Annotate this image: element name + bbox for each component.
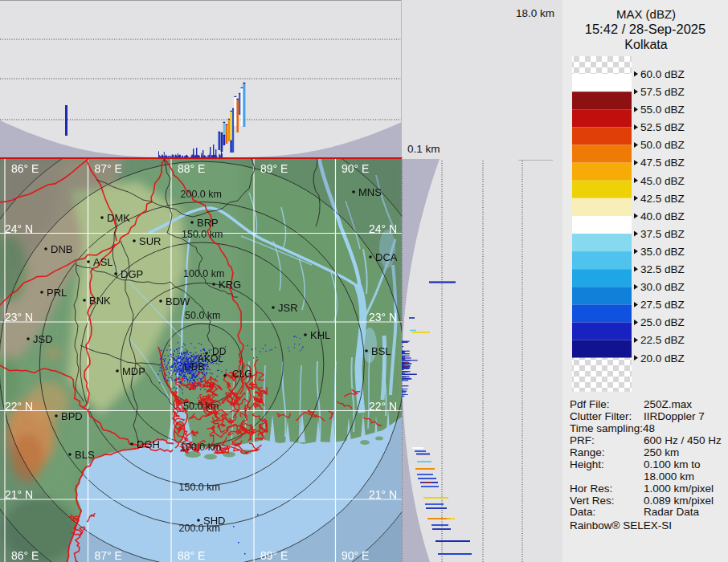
svg-text:DGH: DGH: [137, 438, 160, 450]
svg-text:21° N: 21° N: [369, 488, 397, 501]
svg-text:Height:: Height:: [570, 458, 604, 470]
svg-text:Range:: Range:: [570, 446, 605, 458]
svg-text:Kolkata: Kolkata: [624, 38, 667, 51]
svg-text:90° E: 90° E: [342, 162, 369, 175]
svg-text:KRG: KRG: [219, 279, 241, 291]
svg-text:Data:: Data:: [570, 506, 595, 518]
svg-text:18.0 km: 18.0 km: [516, 7, 554, 19]
svg-text:50.0 km: 50.0 km: [185, 310, 220, 321]
svg-text:Hor Res:: Hor Res:: [570, 483, 612, 495]
svg-text:27.5 dBZ: 27.5 dBZ: [640, 299, 685, 311]
svg-text:SUR: SUR: [139, 235, 161, 247]
svg-text:50.0 dBZ: 50.0 dBZ: [640, 139, 685, 151]
svg-text:MDP: MDP: [122, 365, 145, 377]
svg-text:MAX (dBZ): MAX (dBZ): [616, 7, 676, 21]
svg-text:100.0 km: 100.0 km: [180, 442, 221, 453]
svg-text:24° N: 24° N: [5, 222, 33, 235]
svg-text:37.5 dBZ: 37.5 dBZ: [640, 228, 685, 240]
svg-text:BDW: BDW: [166, 295, 190, 307]
svg-text:BSL: BSL: [371, 345, 391, 357]
svg-text:21° N: 21° N: [5, 488, 33, 501]
svg-text:Time sampling:48: Time sampling:48: [570, 422, 655, 434]
svg-text:42.5 dBZ: 42.5 dBZ: [640, 193, 685, 205]
svg-text:CLG: CLG: [232, 369, 252, 380]
svg-text:PRF:: PRF:: [570, 434, 595, 446]
svg-text:24° N: 24° N: [369, 222, 397, 235]
svg-text:60.0 dBZ: 60.0 dBZ: [640, 68, 685, 80]
svg-text:JSD: JSD: [33, 333, 53, 345]
svg-text:86° E: 86° E: [11, 549, 39, 562]
svg-text:1.000 km/pixel: 1.000 km/pixel: [644, 483, 714, 495]
svg-text:45.0 dBZ: 45.0 dBZ: [640, 175, 685, 187]
svg-text:57.5 dBZ: 57.5 dBZ: [640, 86, 685, 98]
svg-text:ASL: ASL: [93, 256, 113, 268]
svg-text:87° E: 87° E: [95, 549, 122, 562]
svg-text:35.0 dBZ: 35.0 dBZ: [640, 246, 685, 258]
svg-text:DMK: DMK: [107, 212, 130, 224]
svg-text:15:42 / 28-Sep-2025: 15:42 / 28-Sep-2025: [585, 22, 706, 36]
svg-text:87° E: 87° E: [95, 162, 122, 175]
svg-text:25.0 dBZ: 25.0 dBZ: [640, 316, 685, 328]
svg-text:BLS: BLS: [75, 449, 95, 461]
svg-text:200.0 km: 200.0 km: [181, 189, 222, 200]
svg-text:150.0 km: 150.0 km: [182, 229, 223, 240]
svg-text:600 Hz / 450 Hz: 600 Hz / 450 Hz: [644, 434, 722, 446]
svg-text:250 km: 250 km: [644, 446, 679, 458]
svg-text:Pdf File:: Pdf File:: [570, 398, 610, 410]
svg-text:UDB: UDB: [184, 361, 204, 373]
svg-text:BPD: BPD: [61, 410, 83, 422]
svg-text:22.5 dBZ: 22.5 dBZ: [640, 334, 685, 346]
svg-text:DGP: DGP: [121, 268, 143, 280]
svg-text:Radar Data: Radar Data: [644, 506, 700, 518]
svg-text:0.100 km to: 0.100 km to: [644, 458, 701, 470]
svg-text:Clutter Filter:: Clutter Filter:: [570, 410, 632, 422]
svg-text:52.5 dBZ: 52.5 dBZ: [640, 121, 685, 133]
svg-text:55.0 dBZ: 55.0 dBZ: [640, 104, 685, 116]
svg-text:90° E: 90° E: [342, 549, 369, 562]
svg-text:0.1 km: 0.1 km: [407, 143, 440, 155]
svg-text:DCA: DCA: [375, 251, 398, 263]
svg-text:150.0 km: 150.0 km: [179, 482, 220, 493]
svg-text:0.089 km/pixel: 0.089 km/pixel: [644, 495, 714, 507]
svg-text:22° N: 22° N: [369, 400, 397, 413]
svg-text:22° N: 22° N: [5, 400, 33, 413]
svg-text:50.0 km: 50.0 km: [183, 401, 219, 412]
svg-text:Vert Res:: Vert Res:: [570, 495, 615, 507]
svg-text:89° E: 89° E: [260, 549, 288, 562]
svg-text:SHD: SHD: [203, 515, 225, 527]
svg-text:30.0 dBZ: 30.0 dBZ: [640, 281, 685, 293]
svg-text:32.5 dBZ: 32.5 dBZ: [640, 263, 685, 275]
svg-text:23° N: 23° N: [369, 311, 397, 324]
svg-text:IIRDoppler 7: IIRDoppler 7: [644, 410, 705, 422]
svg-text:20.0 dBZ: 20.0 dBZ: [640, 352, 685, 364]
svg-text:40.0 dBZ: 40.0 dBZ: [640, 210, 685, 222]
svg-text:86° E: 86° E: [11, 162, 39, 175]
svg-text:BRP: BRP: [197, 217, 219, 229]
svg-text:23° N: 23° N: [5, 311, 33, 324]
svg-text:PRL: PRL: [47, 287, 67, 299]
svg-text:89° E: 89° E: [260, 162, 288, 175]
svg-text:47.5 dBZ: 47.5 dBZ: [640, 157, 685, 169]
svg-text:88° E: 88° E: [178, 549, 205, 562]
svg-text:250Z.max: 250Z.max: [644, 398, 692, 410]
svg-text:KHL: KHL: [310, 329, 330, 341]
svg-text:MNS: MNS: [358, 186, 382, 198]
svg-text:JSR: JSR: [278, 302, 298, 314]
svg-text:88° E: 88° E: [178, 162, 205, 175]
svg-text:BNK: BNK: [89, 295, 111, 307]
svg-text:Rainbow® SELEX-SI: Rainbow® SELEX-SI: [570, 519, 672, 531]
svg-text:DNB: DNB: [51, 243, 72, 255]
svg-text:18.000 km: 18.000 km: [644, 470, 694, 483]
